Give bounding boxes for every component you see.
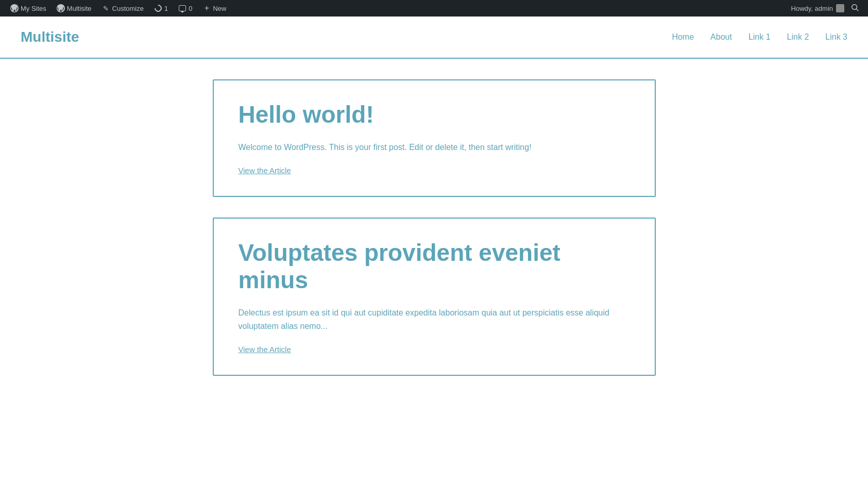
nav-link1[interactable]: Link 1 — [748, 32, 771, 42]
nav-link3[interactable]: Link 3 — [825, 32, 847, 42]
updates-count: 1 — [164, 5, 168, 12]
article-title-1: Hello world! — [239, 101, 630, 128]
update-icon — [154, 4, 162, 12]
search-icon[interactable] — [847, 4, 863, 13]
view-article-link-2[interactable]: View the Article — [239, 345, 291, 354]
admin-bar-customize[interactable]: Customize — [97, 0, 149, 16]
article-excerpt-2: Delectus est ipsum ea sit id qui aut cup… — [239, 306, 630, 333]
comment-icon — [178, 4, 186, 12]
pencil-icon — [102, 4, 110, 12]
admin-bar-items: My Sites Multisite Customize 1 0 — [5, 0, 791, 16]
main-content: Hello world! Welcome to WordPress. This … — [202, 59, 666, 438]
article-title-2: Voluptates provident eveniet minus — [239, 239, 630, 294]
article-card-1: Hello world! Welcome to WordPress. This … — [213, 79, 656, 197]
article-excerpt-1: Welcome to WordPress. This is your first… — [239, 141, 630, 154]
nav-about[interactable]: About — [710, 32, 732, 42]
multisite-label: Multisite — [67, 5, 92, 12]
customize-label: Customize — [112, 5, 144, 12]
admin-bar-multisite[interactable]: Multisite — [52, 0, 97, 16]
nav-link2[interactable]: Link 2 — [787, 32, 809, 42]
nav-home[interactable]: Home — [672, 32, 694, 42]
main-nav: Home About Link 1 Link 2 Link 3 — [672, 32, 847, 42]
admin-bar-new[interactable]: New — [197, 0, 231, 16]
article-card-2: Voluptates provident eveniet minus Delec… — [213, 218, 656, 376]
admin-bar-my-sites[interactable]: My Sites — [5, 0, 52, 16]
view-article-link-1[interactable]: View the Article — [239, 166, 291, 175]
new-label: New — [213, 5, 226, 12]
comments-count: 0 — [189, 5, 192, 12]
wp-logo-icon — [10, 4, 19, 12]
site-header: Multisite Home About Link 1 Link 2 Link … — [0, 16, 868, 59]
my-sites-label: My Sites — [21, 5, 46, 12]
site-title[interactable]: Multisite — [21, 29, 79, 45]
admin-bar-comments[interactable]: 0 — [173, 0, 197, 16]
admin-bar-right: Howdy, admin — [791, 4, 863, 13]
admin-bar: My Sites Multisite Customize 1 0 — [0, 0, 868, 16]
admin-bar-updates[interactable]: 1 — [149, 0, 173, 16]
howdy-text: Howdy, admin — [791, 5, 833, 12]
admin-avatar — [836, 4, 844, 12]
wp-logo-icon-2 — [57, 4, 65, 12]
plus-icon — [202, 4, 211, 12]
